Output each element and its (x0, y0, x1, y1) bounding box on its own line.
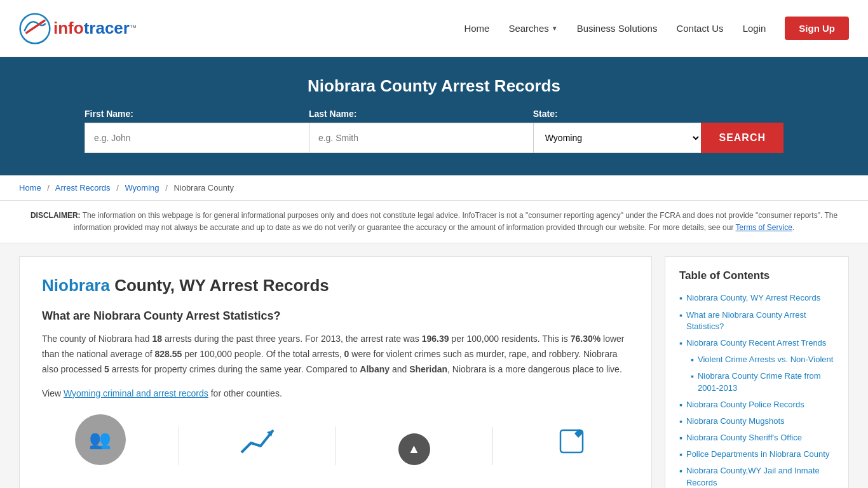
toc-heading: Table of Contents (679, 269, 834, 282)
city1: Albany (360, 364, 390, 374)
page-title: Niobrara County Arrest Records (13, 76, 855, 96)
disclaimer-label: DISCLAIMER: (31, 211, 81, 220)
disclaimer-bar: DISCLAIMER: The information on this webp… (0, 201, 868, 243)
icon-box-1: 👥 (62, 414, 139, 465)
divider-3 (492, 427, 493, 465)
breadcrumb-sep3: / (165, 183, 168, 193)
icon-row: 👥 ▲ (42, 414, 629, 465)
list-item: Niobrara County Police Records (679, 399, 834, 410)
nav-signup[interactable]: Sign Up (785, 17, 849, 40)
disclaimer-text: The information on this webpage is for g… (74, 211, 837, 232)
first-name-label: First Name: (85, 109, 309, 119)
list-item: Niobrara County Sheriff's Office (679, 432, 834, 444)
breadcrumb-sep1: / (47, 183, 50, 193)
divider-2 (336, 427, 336, 465)
pencil-icon (555, 424, 587, 456)
state-select[interactable]: Wyoming Alabama Alaska Arizona Arkansas … (533, 123, 702, 153)
breadcrumb-sep2: / (116, 183, 119, 193)
breadcrumb-home[interactable]: Home (19, 183, 41, 193)
hero-section: Niobrara County Arrest Records First Nam… (0, 57, 868, 175)
toc-link-1[interactable]: Niobrara County, WY Arrest Records (686, 292, 820, 304)
divider-1 (179, 427, 179, 465)
view-link-paragraph: View Wyoming criminal and arrest records… (42, 386, 629, 402)
terms-of-service-link[interactable]: Terms of Service (736, 223, 792, 232)
nav-searches[interactable]: Searches ▼ (508, 23, 557, 34)
site-header: infotracer™ Home Searches ▼ Business Sol… (0, 0, 868, 57)
logo-text: infotracer™ (53, 18, 137, 38)
nav-login[interactable]: Login (743, 23, 766, 34)
toc-list: Niobrara County, WY Arrest Records What … (679, 292, 834, 488)
toc-link-3[interactable]: Niobrara County Recent Arrest Trends (686, 337, 826, 349)
toc-link-7[interactable]: Niobrara County Mugshots (686, 416, 785, 427)
property-count: 5 (104, 364, 109, 374)
list-item: What are Niobrara County Arrest Statisti… (679, 309, 834, 332)
nav-contact-us[interactable]: Contact Us (676, 23, 723, 34)
scroll-top-button[interactable]: ▲ (398, 433, 430, 465)
state-label: State: (533, 109, 702, 119)
list-item-sub: Violent Crime Arrests vs. Non-Violent (691, 354, 834, 365)
toc-link-10[interactable]: Niobrara County,WY Jail and Inmate Recor… (686, 465, 834, 488)
national-avg: 828.55 (154, 349, 182, 359)
last-name-input[interactable] (309, 123, 533, 153)
logo-icon (19, 13, 51, 44)
toc-link-9[interactable]: Police Departments in Niobrara County (686, 449, 829, 460)
article: Niobrara County, WY Arrest Records What … (19, 256, 652, 488)
wyoming-records-link[interactable]: Wyoming criminal and arrest records (64, 388, 208, 398)
icon-box-3: ▲ (376, 433, 452, 465)
breadcrumb-wyoming[interactable]: Wyoming (125, 183, 159, 193)
icon-box-2 (219, 414, 295, 465)
stats-heading: What are Niobrara County Arrest Statisti… (42, 309, 629, 323)
state-group: State: Wyoming Alabama Alaska Arizona Ar… (533, 109, 702, 153)
chevron-down-icon: ▼ (552, 25, 558, 32)
list-item: Niobrara County,WY Jail and Inmate Recor… (679, 465, 834, 488)
city2: Sheridan (409, 364, 447, 374)
nav-business-solutions[interactable]: Business Solutions (577, 23, 658, 34)
trend-icon (232, 414, 283, 465)
trend-arrow-icon (238, 421, 276, 459)
list-item-sub: Niobrara County Crime Rate from 2001-201… (691, 370, 834, 393)
list-item: Niobrara County, WY Arrest Records (679, 292, 834, 304)
main-nav: Home Searches ▼ Business Solutions Conta… (464, 17, 849, 40)
article-title-highlight: Niobrara (42, 276, 110, 295)
search-button[interactable]: SEARCH (701, 123, 783, 153)
article-title: Niobrara County, WY Arrest Records (42, 276, 629, 295)
first-name-group: First Name: (85, 109, 309, 153)
percent-lower: 76.30% (571, 334, 600, 344)
table-of-contents: Table of Contents Niobrara County, WY Ar… (665, 256, 849, 488)
violent-count: 0 (344, 349, 349, 359)
first-name-input[interactable] (85, 123, 309, 153)
article-title-rest: County, WY Arrest Records (110, 276, 329, 295)
toc-link-5[interactable]: Niobrara County Crime Rate from 2001-201… (698, 370, 834, 393)
search-form: First Name: Last Name: State: Wyoming Al… (85, 109, 783, 153)
arrest-icon: 👥 (75, 414, 126, 465)
nav-home[interactable]: Home (464, 23, 489, 34)
toc-link-6[interactable]: Niobrara County Police Records (686, 399, 804, 410)
toc-link-2[interactable]: What are Niobrara County Arrest Statisti… (686, 309, 834, 332)
svg-point-0 (20, 13, 50, 43)
list-item: Niobrara County Recent Arrest Trends (679, 337, 834, 349)
edit-icon (546, 414, 597, 465)
breadcrumb: Home / Arrest Records / Wyoming / Niobra… (0, 175, 868, 201)
stats-paragraph: The county of Niobrara had 18 arrests du… (42, 332, 629, 377)
list-item: Police Departments in Niobrara County (679, 449, 834, 460)
toc-link-8[interactable]: Niobrara County Sheriff's Office (686, 432, 802, 444)
toc-link-4[interactable]: Violent Crime Arrests vs. Non-Violent (698, 354, 833, 365)
arrests-count: 18 (153, 334, 163, 344)
last-name-group: Last Name: (309, 109, 533, 153)
last-name-label: Last Name: (309, 109, 533, 119)
breadcrumb-current: Niobrara County (173, 183, 234, 193)
logo[interactable]: infotracer™ (19, 13, 137, 44)
breadcrumb-arrest-records[interactable]: Arrest Records (55, 183, 111, 193)
arrest-rate: 196.39 (422, 334, 449, 344)
list-item: Niobrara County Mugshots (679, 416, 834, 427)
icon-box-4 (533, 414, 609, 465)
main-content: Niobrara County, WY Arrest Records What … (0, 243, 868, 488)
